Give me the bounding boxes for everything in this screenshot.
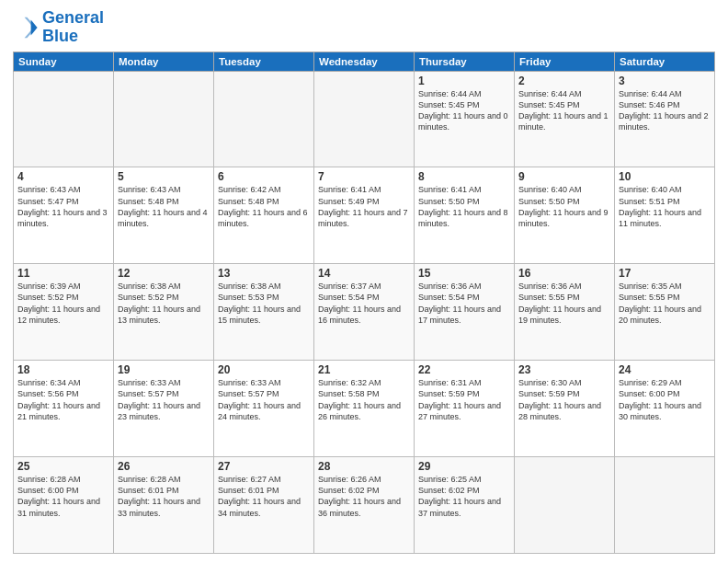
calendar-cell: 11Sunrise: 6:39 AM Sunset: 5:52 PM Dayli… [14,264,114,361]
calendar-cell: 23Sunrise: 6:30 AM Sunset: 5:59 PM Dayli… [515,361,615,457]
day-info: Sunrise: 6:31 AM Sunset: 5:59 PM Dayligh… [418,377,510,422]
calendar-cell: 19Sunrise: 6:33 AM Sunset: 5:57 PM Dayli… [114,361,214,457]
calendar-cell: 29Sunrise: 6:25 AM Sunset: 6:02 PM Dayli… [415,457,515,554]
calendar-table: SundayMondayTuesdayWednesdayThursdayFrid… [13,52,715,554]
calendar-cell: 16Sunrise: 6:36 AM Sunset: 5:55 PM Dayli… [515,264,615,361]
day-number: 1 [418,75,510,87]
day-info: Sunrise: 6:36 AM Sunset: 5:54 PM Dayligh… [418,281,510,326]
day-info: Sunrise: 6:28 AM Sunset: 6:01 PM Dayligh… [118,474,210,519]
calendar-cell [515,457,615,554]
day-info: Sunrise: 6:41 AM Sunset: 5:50 PM Dayligh… [418,184,510,229]
logo-icon [13,15,39,40]
calendar-cell [214,71,314,167]
day-number: 22 [418,363,510,376]
day-number: 5 [118,170,210,183]
day-number: 25 [17,460,109,473]
day-number: 29 [418,460,510,473]
calendar-cell: 8Sunrise: 6:41 AM Sunset: 5:50 PM Daylig… [415,167,515,264]
day-header-thursday: Thursday [415,52,515,71]
calendar-cell [615,457,715,554]
day-header-friday: Friday [515,52,615,71]
day-number: 28 [318,460,410,473]
calendar-cell: 27Sunrise: 6:27 AM Sunset: 6:01 PM Dayli… [214,457,314,554]
day-number: 7 [318,170,410,183]
calendar-cell: 10Sunrise: 6:40 AM Sunset: 5:51 PM Dayli… [615,167,715,264]
calendar-cell: 5Sunrise: 6:43 AM Sunset: 5:48 PM Daylig… [114,167,214,264]
calendar-cell: 24Sunrise: 6:29 AM Sunset: 6:00 PM Dayli… [615,361,715,457]
calendar-cell: 14Sunrise: 6:37 AM Sunset: 5:54 PM Dayli… [314,264,415,361]
calendar-cell: 7Sunrise: 6:41 AM Sunset: 5:49 PM Daylig… [314,167,415,264]
day-number: 23 [518,363,610,376]
header: General Blue [13,9,715,46]
day-number: 14 [318,267,410,280]
calendar-cell: 1Sunrise: 6:44 AM Sunset: 5:45 PM Daylig… [415,71,515,167]
calendar-cell: 2Sunrise: 6:44 AM Sunset: 5:45 PM Daylig… [515,71,615,167]
day-header-monday: Monday [114,52,214,71]
day-number: 13 [218,267,310,280]
day-number: 26 [118,460,210,473]
day-info: Sunrise: 6:36 AM Sunset: 5:55 PM Dayligh… [518,281,610,326]
day-number: 10 [619,170,711,183]
week-row-3: 11Sunrise: 6:39 AM Sunset: 5:52 PM Dayli… [14,264,715,361]
week-row-4: 18Sunrise: 6:34 AM Sunset: 5:56 PM Dayli… [14,361,715,457]
day-header-wednesday: Wednesday [314,52,415,71]
day-number: 4 [17,170,109,183]
day-number: 2 [518,75,610,87]
day-number: 19 [118,363,210,376]
day-info: Sunrise: 6:41 AM Sunset: 5:49 PM Dayligh… [318,184,410,229]
svg-marker-1 [25,17,37,38]
day-header-saturday: Saturday [615,52,715,71]
day-number: 24 [619,363,711,376]
day-info: Sunrise: 6:39 AM Sunset: 5:52 PM Dayligh… [17,281,109,326]
day-number: 16 [518,267,610,280]
calendar-cell: 13Sunrise: 6:38 AM Sunset: 5:53 PM Dayli… [214,264,314,361]
day-info: Sunrise: 6:40 AM Sunset: 5:50 PM Dayligh… [518,184,610,229]
week-row-5: 25Sunrise: 6:28 AM Sunset: 6:00 PM Dayli… [14,457,715,554]
calendar-cell: 20Sunrise: 6:33 AM Sunset: 5:57 PM Dayli… [214,361,314,457]
day-info: Sunrise: 6:44 AM Sunset: 5:46 PM Dayligh… [619,88,711,133]
day-info: Sunrise: 6:43 AM Sunset: 5:47 PM Dayligh… [17,184,109,229]
calendar-cell: 12Sunrise: 6:38 AM Sunset: 5:52 PM Dayli… [114,264,214,361]
day-number: 20 [218,363,310,376]
day-number: 12 [118,267,210,280]
day-number: 3 [619,75,711,87]
calendar-cell: 17Sunrise: 6:35 AM Sunset: 5:55 PM Dayli… [615,264,715,361]
calendar-cell: 6Sunrise: 6:42 AM Sunset: 5:48 PM Daylig… [214,167,314,264]
calendar-cell: 18Sunrise: 6:34 AM Sunset: 5:56 PM Dayli… [14,361,114,457]
calendar-cell: 26Sunrise: 6:28 AM Sunset: 6:01 PM Dayli… [114,457,214,554]
week-row-1: 1Sunrise: 6:44 AM Sunset: 5:45 PM Daylig… [14,71,715,167]
calendar-cell: 28Sunrise: 6:26 AM Sunset: 6:02 PM Dayli… [314,457,415,554]
day-info: Sunrise: 6:35 AM Sunset: 5:55 PM Dayligh… [619,281,711,326]
day-info: Sunrise: 6:43 AM Sunset: 5:48 PM Dayligh… [118,184,210,229]
day-info: Sunrise: 6:37 AM Sunset: 5:54 PM Dayligh… [318,281,410,326]
calendar-cell: 25Sunrise: 6:28 AM Sunset: 6:00 PM Dayli… [14,457,114,554]
day-number: 6 [218,170,310,183]
day-info: Sunrise: 6:38 AM Sunset: 5:53 PM Dayligh… [218,281,310,326]
day-info: Sunrise: 6:27 AM Sunset: 6:01 PM Dayligh… [218,474,310,519]
day-header-sunday: Sunday [14,52,114,71]
day-info: Sunrise: 6:33 AM Sunset: 5:57 PM Dayligh… [118,377,210,422]
calendar-cell [314,71,415,167]
day-info: Sunrise: 6:34 AM Sunset: 5:56 PM Dayligh… [17,377,109,422]
calendar-header-row: SundayMondayTuesdayWednesdayThursdayFrid… [14,52,715,71]
page: General Blue SundayMondayTuesdayWednesda… [0,0,728,563]
day-header-tuesday: Tuesday [214,52,314,71]
logo-text: General Blue [42,9,104,46]
day-info: Sunrise: 6:32 AM Sunset: 5:58 PM Dayligh… [318,377,410,422]
day-info: Sunrise: 6:40 AM Sunset: 5:51 PM Dayligh… [619,184,711,229]
day-number: 27 [218,460,310,473]
day-info: Sunrise: 6:26 AM Sunset: 6:02 PM Dayligh… [318,474,410,519]
day-info: Sunrise: 6:29 AM Sunset: 6:00 PM Dayligh… [619,377,711,422]
day-number: 8 [418,170,510,183]
calendar-cell [114,71,214,167]
day-number: 9 [518,170,610,183]
day-info: Sunrise: 6:44 AM Sunset: 5:45 PM Dayligh… [418,88,510,133]
day-number: 15 [418,267,510,280]
day-info: Sunrise: 6:33 AM Sunset: 5:57 PM Dayligh… [218,377,310,422]
calendar-cell: 9Sunrise: 6:40 AM Sunset: 5:50 PM Daylig… [515,167,615,264]
week-row-2: 4Sunrise: 6:43 AM Sunset: 5:47 PM Daylig… [14,167,715,264]
calendar-cell: 3Sunrise: 6:44 AM Sunset: 5:46 PM Daylig… [615,71,715,167]
day-number: 17 [619,267,711,280]
logo: General Blue [13,9,104,46]
day-info: Sunrise: 6:25 AM Sunset: 6:02 PM Dayligh… [418,474,510,519]
